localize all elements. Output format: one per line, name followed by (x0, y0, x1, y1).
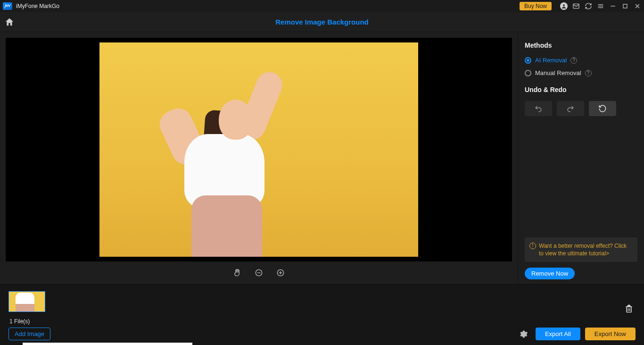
add-image-button[interactable]: Add Image (8, 328, 50, 340)
undo-button[interactable] (525, 101, 552, 116)
undo-redo-row (525, 101, 637, 116)
help-icon[interactable]: ? (585, 70, 592, 76)
titlebar: iMyFone MarkGo Buy Now (0, 0, 644, 12)
radio-selected-icon (525, 57, 531, 64)
refresh-icon[interactable] (585, 2, 592, 10)
method-ai-removal[interactable]: AI Removal ? (525, 57, 637, 64)
methods-title: Methods (525, 42, 637, 49)
header-bar: Remove Image Background (0, 12, 644, 32)
page-title: Remove Image Background (275, 18, 369, 26)
mail-icon[interactable] (572, 2, 580, 10)
menu-icon[interactable] (597, 2, 604, 10)
app-name: iMyFone MarkGo (16, 3, 59, 9)
right-panel: Methods AI Removal ? Manual Removal ? Un… (518, 32, 644, 284)
reset-button[interactable] (589, 101, 616, 116)
redo-button[interactable] (557, 101, 584, 116)
method-manual-removal-label: Manual Removal (535, 69, 581, 76)
svg-rect-6 (623, 4, 627, 8)
minimize-icon[interactable] (609, 2, 617, 10)
maximize-icon[interactable] (621, 2, 629, 10)
bottom-bar: 1 File(s) Add Image Export All Export No… (0, 284, 644, 345)
image-viewport[interactable] (6, 38, 512, 261)
thumbnail-row (0, 285, 644, 317)
tutorial-tip[interactable]: ! Want a better removal effect? Click to… (525, 237, 637, 262)
export-all-button[interactable]: Export All (536, 328, 580, 340)
pan-hand-icon[interactable] (232, 268, 242, 278)
export-now-button[interactable]: Export Now (585, 328, 636, 340)
close-icon[interactable] (634, 2, 641, 10)
buy-now-button[interactable]: Buy Now (520, 2, 552, 10)
canvas-tools (0, 261, 518, 284)
settings-icon[interactable] (519, 329, 528, 339)
loaded-image (99, 42, 418, 257)
main-area: Methods AI Removal ? Manual Removal ? Un… (0, 32, 644, 284)
image-thumbnail[interactable] (8, 291, 45, 312)
delete-icon[interactable] (624, 303, 634, 315)
title-icons (560, 2, 641, 10)
home-button[interactable] (0, 12, 19, 32)
user-account-icon[interactable] (560, 2, 568, 10)
zoom-in-icon[interactable] (276, 268, 285, 278)
undo-redo-title: Undo & Redo (525, 86, 637, 93)
info-icon: ! (529, 243, 536, 249)
zoom-out-icon[interactable] (254, 268, 264, 278)
canvas-column (0, 32, 518, 284)
svg-point-0 (563, 4, 565, 6)
method-ai-removal-label: AI Removal (535, 57, 567, 64)
file-count: 1 File(s) (0, 317, 644, 325)
method-manual-removal[interactable]: Manual Removal ? (525, 69, 637, 76)
bottom-actions: Add Image Export All Export Now (0, 325, 644, 345)
help-icon[interactable]: ? (570, 57, 577, 64)
remove-now-button[interactable]: Remove Now (525, 268, 575, 279)
app-logo-icon (3, 2, 12, 10)
tutorial-tip-text: Want a better removal effect? Click to v… (539, 242, 633, 257)
svg-rect-14 (627, 307, 631, 312)
decorative-sliver (23, 343, 192, 345)
radio-unselected-icon (525, 70, 531, 76)
